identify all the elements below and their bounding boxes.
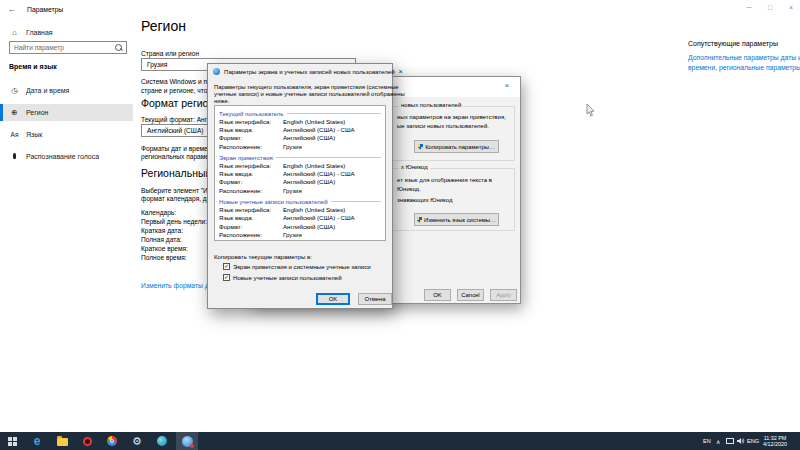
search-placeholder: Найти параметр — [14, 44, 64, 51]
minimize-icon[interactable]: ─ — [742, 4, 756, 11]
dialog-settings-panel: Текущий пользователь Язык интерфейса:Eng… — [214, 105, 386, 241]
row-format: Формат:Английский (США) — [219, 134, 381, 142]
home-icon: ⌂ — [10, 28, 19, 37]
change-formats-link[interactable]: Изменить форматы дан — [141, 282, 216, 289]
admin-welcome-text2: ые записи новых пользователей. — [397, 123, 489, 129]
row-format: Формат:Английский (США) — [219, 223, 381, 231]
taskbar: e ⚙ EN ∧ ENG 11:32 PM 4/12/2020 — [0, 432, 800, 450]
taskbar-active-region-app[interactable] — [176, 432, 198, 450]
format-desc-line1: Форматы дат и времени — [141, 145, 215, 152]
copy-settings-label: Копировать параметры… — [425, 144, 495, 150]
sidebar-item-label: Дата и время — [26, 87, 69, 94]
dialog-close-icon[interactable]: × — [399, 67, 403, 76]
dialog-description-line1: Параметры текущего пользователя, экран п… — [214, 84, 398, 91]
change-locale-button[interactable]: Изменить язык системы… — [414, 213, 499, 226]
back-arrow-icon[interactable]: ← — [8, 5, 16, 14]
country-value: Грузия — [147, 61, 167, 68]
dialog-ok-button[interactable]: OK — [316, 293, 350, 305]
admin-apply-button[interactable]: Apply — [490, 289, 517, 301]
checkbox-label: Новые учетные записи пользователей — [233, 274, 342, 281]
related-heading: Сопутствующие параметры — [688, 40, 778, 47]
sidebar-item-language[interactable]: Aя Язык — [0, 126, 133, 143]
admin-group-welcome-title: новых пользователей — [399, 102, 463, 108]
row-long-time: Полное время: — [141, 253, 207, 262]
regional-desc-line1: Выберите элемент "Из — [141, 187, 211, 194]
row-first-day: Первый день недели: — [141, 217, 207, 226]
taskbar-chrome-icon[interactable] — [102, 432, 122, 450]
window-title: Параметры — [27, 6, 63, 13]
taskbar-settings-icon[interactable]: ⚙ — [127, 432, 147, 450]
row-location: Расположение:Грузия — [219, 231, 381, 239]
globe-icon: ⊕ — [10, 108, 19, 117]
dialog-titlebar: Параметры экрана и учетных записей новых… — [208, 64, 392, 79]
checkbox-welcome-screen[interactable]: Экран приветствия и системные учетные за… — [223, 263, 371, 270]
taskbar-app-icon[interactable] — [152, 432, 172, 450]
microphone-icon — [10, 152, 19, 161]
edge-icon: e — [34, 435, 41, 447]
checkbox-checked-icon[interactable] — [223, 263, 230, 270]
tray-date: 4/12/2020 — [763, 441, 787, 448]
clock-icon: ◷ — [10, 86, 19, 95]
tray-volume-icon[interactable] — [737, 432, 745, 450]
admin-group-unicode-title: х Юникод — [399, 164, 430, 170]
maximize-icon[interactable]: □ — [763, 4, 777, 11]
row-long-date: Полная дата: — [141, 235, 207, 244]
tray-chevron-up-icon[interactable]: ∧ — [716, 432, 720, 450]
sidebar-item-speech[interactable]: Распознавание голоса — [0, 148, 133, 165]
format-rows: Календарь: Первый день недели: Краткая д… — [141, 208, 207, 262]
checkbox-checked-icon[interactable] — [223, 274, 230, 281]
row-input-language: Язык ввода:Английский (США) - США — [219, 170, 381, 178]
chrome-icon — [107, 436, 117, 446]
checkbox-new-accounts[interactable]: Новые учетные записи пользователей — [223, 274, 342, 281]
close-icon[interactable]: × — [784, 4, 798, 11]
region-desc-line2: стране и регионе, чтоб — [141, 87, 211, 94]
region-desc-line1: Система Windows и при — [141, 78, 214, 85]
row-ui-language: Язык интерфейса:English (United States) — [219, 206, 381, 214]
row-ui-language: Язык интерфейса:English (United States) — [219, 162, 381, 170]
admin-welcome-text1: ных параметров на экран приветствия, — [397, 114, 506, 120]
country-label: Страна или регион — [141, 50, 199, 57]
row-short-date: Краткая дата: — [141, 226, 207, 235]
speaker-icon — [737, 437, 745, 445]
sidebar-item-date-time[interactable]: ◷ Дата и время — [0, 82, 133, 99]
tray-language-indicator[interactable]: ENG — [747, 432, 759, 450]
group-welcome-screen-title: Экран приветствия — [219, 154, 381, 162]
taskbar-opera-icon[interactable] — [77, 432, 97, 450]
format-desc-line2: региональных параметр — [141, 153, 215, 160]
format-value: Английский (США) — [147, 127, 204, 134]
dialog-cancel-button[interactable]: Отмена — [358, 293, 392, 305]
sidebar-item-home[interactable]: ⌂ Главная — [0, 24, 133, 41]
admin-unicode-text2: Юникод. — [397, 186, 421, 192]
admin-cancel-button[interactable]: Cancel — [457, 289, 484, 301]
uac-shield-icon — [417, 217, 422, 223]
taskbar-edge-icon[interactable]: e — [27, 432, 47, 450]
row-format: Формат:Английский (США) — [219, 178, 381, 186]
checkbox-label: Экран приветствия и системные учетные за… — [233, 263, 371, 270]
regional-desc-line2: формат календаря, дат — [141, 195, 213, 202]
windows-logo-icon — [8, 437, 17, 446]
admin-close-icon[interactable]: × — [500, 81, 514, 90]
sidebar-item-label: Регион — [26, 109, 48, 116]
tray-input-indicator[interactable]: EN — [703, 432, 711, 450]
start-button[interactable] — [2, 432, 22, 450]
gear-icon: ⚙ — [132, 436, 142, 447]
row-short-time: Краткое время: — [141, 244, 207, 253]
monitor-icon — [726, 438, 734, 444]
sidebar-item-region[interactable]: ⊕ Регион — [0, 104, 133, 121]
search-input[interactable]: Найти параметр — [9, 41, 127, 54]
related-link-line2[interactable]: времени, региональные параметры — [688, 64, 800, 71]
search-icon — [115, 44, 122, 51]
folder-icon — [57, 438, 68, 446]
tray-clock[interactable]: 11:32 PM 4/12/2020 — [763, 432, 787, 450]
related-link-line1[interactable]: Дополнительные параметры даты и — [688, 54, 800, 61]
region-app-icon — [182, 436, 193, 447]
admin-ok-button[interactable]: OK — [424, 289, 451, 301]
uac-shield-icon — [418, 144, 423, 150]
row-input-language: Язык ввода:Английский (США) - США — [219, 214, 381, 222]
welcome-accounts-dialog: Параметры экрана и учетных записей новых… — [207, 63, 393, 309]
group-new-accounts-title: Новые учетные записи пользователей — [219, 198, 381, 206]
tray-display-icon[interactable] — [726, 432, 734, 450]
taskbar-explorer-icon[interactable] — [52, 432, 72, 450]
copy-settings-button[interactable]: Копировать параметры… — [414, 140, 499, 153]
opera-icon — [83, 437, 92, 446]
